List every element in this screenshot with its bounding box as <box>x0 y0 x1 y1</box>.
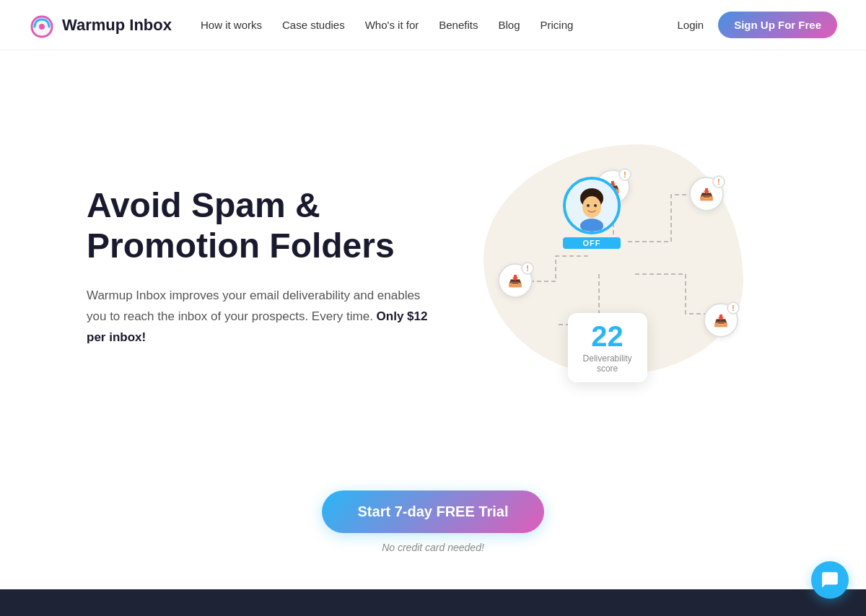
chat-icon <box>821 571 839 589</box>
hero-title: Avoid Spam & Promotion Folders <box>87 185 433 265</box>
inbox-node-top-right: 📥 ! <box>689 177 724 211</box>
trusted-section: Trusted by sales and marketing teams lar… <box>0 589 866 616</box>
brand-name: Warmup Inbox <box>62 16 172 35</box>
nav-right: Login Sign Up For Free <box>677 12 837 38</box>
inbox-icon: 📥 ! <box>689 177 724 211</box>
svg-point-7 <box>594 204 597 207</box>
cta-section: Start 7-day FREE Trial No credit card ne… <box>0 469 866 589</box>
hero-right: OFF 📥 ! 📥 ! 📥 ! <box>433 130 794 404</box>
chat-bubble[interactable] <box>811 561 849 599</box>
inbox-icon: 📥 ! <box>498 263 533 298</box>
nav-whos-it-for[interactable]: Who's it for <box>365 19 419 31</box>
nav-benefits[interactable]: Benefits <box>439 19 478 31</box>
svg-point-1 <box>39 24 45 30</box>
no-cc-text: No credit card needed! <box>0 542 866 553</box>
nav-how-it-works[interactable]: How it works <box>201 19 262 31</box>
trial-button[interactable]: Start 7-day FREE Trial <box>322 490 545 533</box>
nav-pricing[interactable]: Pricing <box>540 19 573 31</box>
illustration: OFF 📥 ! 📥 ! 📥 ! <box>462 130 765 404</box>
off-badge: OFF <box>563 237 621 249</box>
score-card: 22 Deliverabilityscore <box>568 313 647 382</box>
logo-link[interactable]: Warmup Inbox <box>29 12 172 38</box>
nav-links: How it works Case studies Who's it for B… <box>201 19 677 31</box>
inbox-node-left: 📥 ! <box>498 263 533 298</box>
hero-section: Avoid Spam & Promotion Folders Warmup In… <box>0 50 866 469</box>
inbox-node-bottom-right: 📥 ! <box>704 303 738 338</box>
navbar: Warmup Inbox How it works Case studies W… <box>0 0 866 50</box>
hero-left: Avoid Spam & Promotion Folders Warmup In… <box>87 185 433 348</box>
login-link[interactable]: Login <box>677 19 704 31</box>
avatar-circle <box>563 177 621 234</box>
score-label: Deliverabilityscore <box>582 353 633 374</box>
hero-description: Warmup Inbox improves your email deliver… <box>87 286 433 348</box>
nav-case-studies[interactable]: Case studies <box>282 19 345 31</box>
score-number: 22 <box>582 322 633 351</box>
nav-blog[interactable]: Blog <box>498 19 520 31</box>
inbox-icon: 📥 ! <box>704 303 738 338</box>
center-avatar: OFF <box>563 177 621 249</box>
signup-button[interactable]: Sign Up For Free <box>718 12 837 38</box>
svg-point-6 <box>587 204 590 207</box>
svg-point-5 <box>582 196 601 218</box>
logo-icon <box>29 12 55 38</box>
